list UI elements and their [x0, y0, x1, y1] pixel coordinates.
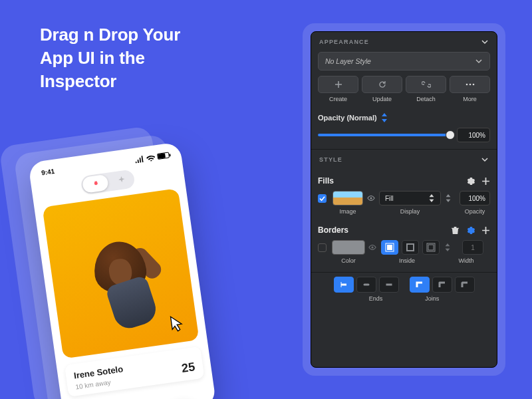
select-value: Fill — [385, 195, 394, 202]
fills-title: Fills — [318, 176, 334, 186]
border-outside-icon — [426, 243, 436, 252]
flame-icon — [90, 179, 100, 190]
battery-icon — [157, 152, 170, 160]
toggle-thumb-active — [82, 174, 109, 194]
profile-age: 25 — [181, 360, 196, 376]
eye-icon[interactable] — [367, 194, 375, 202]
border-enabled-checkbox[interactable] — [318, 243, 327, 252]
eye-icon[interactable] — [368, 243, 376, 251]
gear-icon[interactable] — [466, 177, 475, 186]
column-label: Opacity — [460, 208, 490, 215]
add-fill-button[interactable] — [481, 177, 490, 186]
join-round-button[interactable] — [432, 277, 452, 293]
join-bevel-button[interactable] — [455, 277, 475, 293]
create-button[interactable] — [318, 76, 358, 93]
opacity-mode-dropdown[interactable]: Opacity (Normal) — [318, 113, 490, 122]
sparkle-icon — [116, 175, 127, 186]
svg-rect-6 — [387, 245, 392, 250]
border-inside-icon — [385, 243, 394, 252]
cursor-icon — [169, 314, 186, 334]
border-center-icon — [406, 243, 415, 252]
join-miter-icon — [415, 280, 424, 289]
headline-line: Drag n Drop Your — [40, 23, 180, 47]
chevron-down-icon — [481, 38, 489, 46]
dots-icon — [466, 83, 475, 86]
profile-photo[interactable] — [43, 188, 200, 358]
svg-point-2 — [472, 84, 474, 86]
section-title: APPEARANCE — [319, 39, 369, 45]
slider-knob[interactable] — [446, 130, 455, 140]
add-border-button[interactable] — [481, 226, 490, 235]
phone-mock-stack: 9:41 Irene Sotelo 25 10 — [28, 139, 238, 399]
column-label: Joins — [425, 295, 439, 302]
opacity-label: Opacity (Normal) — [318, 114, 377, 122]
button-label: Detach — [406, 96, 446, 102]
line-joins-group — [410, 277, 475, 293]
fill-display-select[interactable]: Fill — [379, 191, 441, 205]
stepper-icon[interactable] — [443, 243, 452, 251]
end-butt-button[interactable] — [334, 277, 354, 293]
status-icons — [134, 152, 170, 163]
end-square-button[interactable] — [379, 277, 399, 293]
phone-frame[interactable]: 9:41 Irene Sotelo 25 10 — [28, 142, 216, 399]
headline-line: App UI in the — [40, 47, 180, 70]
plus-icon — [334, 80, 342, 88]
stepper-icon — [428, 194, 435, 202]
layer-style-dropdown[interactable]: No Layer Style — [318, 52, 490, 70]
border-width-input[interactable]: 1 — [462, 240, 483, 255]
border-outside-button[interactable] — [422, 240, 440, 255]
cap-square-icon — [384, 280, 394, 289]
signal-icon — [134, 155, 144, 163]
borders-title: Borders — [318, 225, 348, 235]
appearance-section-header[interactable]: APPEARANCE — [311, 32, 497, 52]
column-label: Image — [332, 208, 363, 215]
stepper-icon — [381, 113, 388, 122]
inspector-window: APPEARANCE No Layer Style Create Update … — [303, 23, 505, 376]
more-button[interactable] — [450, 76, 490, 93]
headline-line: Inspector — [40, 70, 180, 93]
svg-point-1 — [469, 84, 471, 86]
join-round-icon — [438, 280, 447, 289]
column-label: Inside — [381, 257, 433, 264]
person-illustration — [90, 238, 149, 297]
opacity-input[interactable]: 100% — [457, 128, 490, 142]
trash-icon[interactable] — [451, 226, 460, 235]
svg-point-0 — [466, 84, 467, 86]
fill-enabled-checkbox[interactable] — [318, 194, 327, 203]
wifi-icon — [146, 154, 156, 162]
check-icon — [319, 196, 325, 201]
fill-opacity-input[interactable]: 100% — [460, 191, 490, 205]
opacity-slider[interactable] — [318, 134, 450, 136]
cap-round-icon — [362, 280, 371, 289]
dropdown-value: No Layer Style — [325, 57, 371, 65]
border-inside-button[interactable] — [381, 240, 398, 255]
update-button[interactable] — [362, 76, 402, 93]
button-label: Update — [362, 96, 402, 102]
border-center-button[interactable] — [402, 240, 419, 255]
refresh-icon — [378, 80, 386, 88]
unlink-icon — [422, 80, 431, 88]
border-color-swatch[interactable] — [332, 240, 365, 255]
svg-point-3 — [370, 197, 372, 199]
gear-icon[interactable] — [466, 226, 475, 235]
end-round-button[interactable] — [356, 277, 376, 293]
fill-image-thumbnail[interactable] — [332, 191, 363, 205]
column-label: Display — [379, 208, 441, 215]
column-label: Color — [332, 257, 365, 264]
join-miter-button[interactable] — [410, 277, 430, 293]
chevron-down-icon — [481, 156, 489, 164]
chevron-down-icon — [475, 57, 483, 65]
svg-point-4 — [371, 246, 373, 248]
status-time: 9:41 — [41, 168, 55, 177]
line-ends-group — [334, 277, 399, 293]
svg-rect-8 — [428, 245, 434, 250]
detach-button[interactable] — [406, 76, 446, 93]
style-section-header[interactable]: STYLE — [311, 150, 497, 170]
column-label: Ends — [369, 295, 383, 302]
inspector-panel: APPEARANCE No Layer Style Create Update … — [311, 31, 497, 368]
stepper-icon[interactable] — [445, 194, 452, 202]
hero-headline: Drag n Drop Your App UI in the Inspector — [40, 23, 180, 93]
svg-rect-7 — [407, 244, 414, 251]
cap-butt-icon — [339, 280, 348, 289]
column-label: Width — [456, 257, 477, 264]
